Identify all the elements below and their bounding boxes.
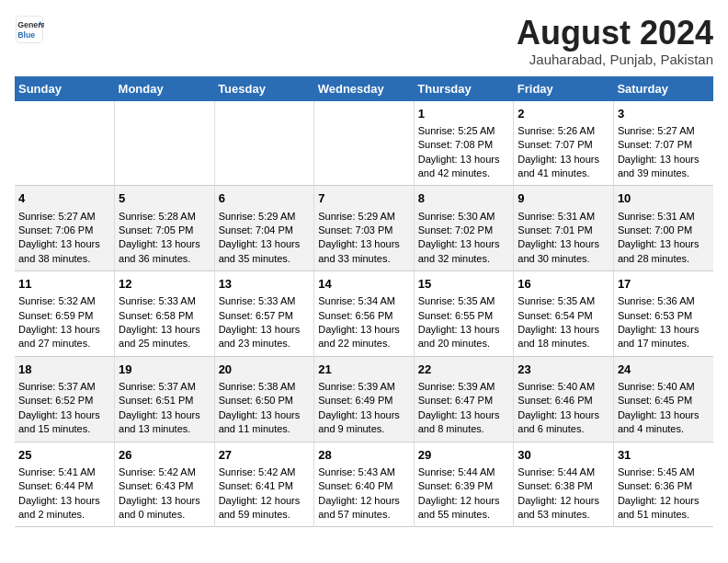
day-info-line: Sunset: 7:04 PM <box>219 224 311 237</box>
day-number: 3 <box>618 106 710 122</box>
calendar-header: SundayMondayTuesdayWednesdayThursdayFrid… <box>15 76 713 101</box>
calendar-cell: 12Sunrise: 5:33 AMSunset: 6:58 PMDayligh… <box>115 271 215 357</box>
title-block: August 2024 Jauharabad, Punjab, Pakistan <box>517 15 713 67</box>
calendar-cell: 3Sunrise: 5:27 AMSunset: 7:07 PMDaylight… <box>613 101 713 186</box>
day-number: 24 <box>618 362 710 378</box>
day-info-line: Sunrise: 5:38 AM <box>219 380 311 394</box>
day-info-line: and 59 minutes. <box>219 508 311 522</box>
calendar-cell: 23Sunrise: 5:40 AMSunset: 6:46 PMDayligh… <box>514 356 614 442</box>
day-number: 7 <box>318 190 410 207</box>
svg-text:Blue: Blue <box>17 30 35 40</box>
column-header-wednesday: Wednesday <box>314 76 415 101</box>
day-info-line: Sunrise: 5:35 AM <box>518 294 609 308</box>
day-info-line: Sunset: 6:56 PM <box>318 309 410 323</box>
day-info-line: Sunrise: 5:33 AM <box>219 294 311 308</box>
calendar-cell: 5Sunrise: 5:28 AMSunset: 7:05 PMDaylight… <box>115 186 215 271</box>
day-info-line: Sunset: 7:02 PM <box>418 224 510 237</box>
calendar-table: SundayMondayTuesdayWednesdayThursdayFrid… <box>15 76 713 528</box>
day-info-line: Sunrise: 5:42 AM <box>219 465 311 479</box>
day-info-line: Sunset: 6:47 PM <box>418 394 510 408</box>
day-info-line: and 51 minutes. <box>618 508 710 522</box>
calendar-cell: 31Sunrise: 5:45 AMSunset: 6:36 PMDayligh… <box>613 442 713 527</box>
day-info-line: Daylight: 13 hours <box>618 323 710 337</box>
day-info-line: Daylight: 13 hours <box>219 237 311 251</box>
day-info-line: Sunset: 6:39 PM <box>418 479 510 493</box>
day-info-line: and 42 minutes. <box>418 167 510 180</box>
day-number: 18 <box>18 362 110 378</box>
day-info-line: Sunrise: 5:28 AM <box>119 210 210 224</box>
day-info-line: Daylight: 13 hours <box>618 237 710 251</box>
logo: General Blue <box>15 15 44 44</box>
calendar-cell <box>314 101 415 186</box>
day-number: 28 <box>318 447 410 464</box>
day-info-line: and 39 minutes. <box>618 167 710 180</box>
day-info-line: Sunset: 6:43 PM <box>119 479 210 493</box>
day-info-line: and 41 minutes. <box>518 167 609 180</box>
column-header-monday: Monday <box>115 76 215 101</box>
day-info-line: and 6 minutes. <box>518 422 609 436</box>
column-header-thursday: Thursday <box>414 76 514 101</box>
day-number: 9 <box>518 190 609 207</box>
day-number: 5 <box>119 190 210 207</box>
day-info-line: Sunset: 7:03 PM <box>318 224 410 237</box>
calendar-cell: 19Sunrise: 5:37 AMSunset: 6:51 PMDayligh… <box>115 356 215 442</box>
calendar-cell: 11Sunrise: 5:32 AMSunset: 6:59 PMDayligh… <box>15 271 115 357</box>
day-info-line: Sunrise: 5:27 AM <box>18 210 110 224</box>
calendar-cell: 21Sunrise: 5:39 AMSunset: 6:49 PMDayligh… <box>314 356 415 442</box>
day-info-line: Daylight: 12 hours <box>318 494 410 508</box>
day-info-line: Sunrise: 5:31 AM <box>618 210 710 224</box>
calendar-cell: 8Sunrise: 5:30 AMSunset: 7:02 PMDaylight… <box>414 186 514 271</box>
column-header-saturday: Saturday <box>613 76 713 101</box>
day-info-line: and 20 minutes. <box>418 337 510 350</box>
day-info-line: Sunset: 6:53 PM <box>618 309 710 323</box>
calendar-cell: 25Sunrise: 5:41 AMSunset: 6:44 PMDayligh… <box>15 442 115 527</box>
day-info-line: and 9 minutes. <box>318 422 410 436</box>
day-info-line: and 15 minutes. <box>18 422 110 436</box>
day-number: 11 <box>18 276 110 293</box>
day-info-line: Daylight: 13 hours <box>18 323 110 337</box>
day-info-line: and 18 minutes. <box>518 337 609 350</box>
column-header-tuesday: Tuesday <box>214 76 314 101</box>
day-info-line: Sunrise: 5:30 AM <box>418 210 510 224</box>
day-info-line: and 36 minutes. <box>119 252 210 266</box>
calendar-cell: 2Sunrise: 5:26 AMSunset: 7:07 PMDaylight… <box>514 101 614 186</box>
day-info-line: and 55 minutes. <box>418 508 510 522</box>
day-info-line: Sunrise: 5:32 AM <box>18 294 110 308</box>
day-info-line: and 0 minutes. <box>119 508 210 522</box>
day-info-line: Sunrise: 5:40 AM <box>618 380 710 394</box>
day-info-line: Daylight: 13 hours <box>518 323 609 337</box>
day-number: 25 <box>18 447 110 464</box>
day-info-line: Sunset: 6:59 PM <box>18 309 110 323</box>
day-info-line: Sunset: 6:50 PM <box>219 394 311 408</box>
calendar-cell: 17Sunrise: 5:36 AMSunset: 6:53 PMDayligh… <box>613 271 713 357</box>
day-info-line: and 2 minutes. <box>18 508 110 522</box>
day-info-line: Daylight: 13 hours <box>119 237 210 251</box>
day-info-line: Daylight: 13 hours <box>618 153 710 167</box>
calendar-cell: 30Sunrise: 5:44 AMSunset: 6:38 PMDayligh… <box>514 442 614 527</box>
day-number: 21 <box>318 362 410 378</box>
day-info-line: Sunset: 6:57 PM <box>219 309 311 323</box>
day-info-line: and 53 minutes. <box>518 508 609 522</box>
day-info-line: Daylight: 13 hours <box>318 323 410 337</box>
day-info-line: Sunset: 7:07 PM <box>518 138 609 152</box>
day-info-line: Sunrise: 5:25 AM <box>418 124 510 138</box>
column-header-friday: Friday <box>514 76 614 101</box>
day-info-line: Sunrise: 5:45 AM <box>618 465 710 479</box>
day-number: 6 <box>219 190 311 207</box>
day-info-line: Sunset: 6:41 PM <box>219 479 311 493</box>
day-info-line: Sunrise: 5:39 AM <box>418 380 510 394</box>
day-info-line: and 28 minutes. <box>618 252 710 266</box>
day-number: 1 <box>418 106 510 122</box>
calendar-cell: 22Sunrise: 5:39 AMSunset: 6:47 PMDayligh… <box>414 356 514 442</box>
day-info-line: Daylight: 13 hours <box>518 237 609 251</box>
calendar-cell: 16Sunrise: 5:35 AMSunset: 6:54 PMDayligh… <box>514 271 614 357</box>
day-info-line: Daylight: 13 hours <box>418 408 510 422</box>
day-number: 22 <box>418 362 510 378</box>
day-info-line: Daylight: 13 hours <box>318 408 410 422</box>
day-info-line: and 33 minutes. <box>318 252 410 266</box>
day-info-line: and 38 minutes. <box>18 252 110 266</box>
day-info-line: Sunrise: 5:40 AM <box>518 380 609 394</box>
day-info-line: Daylight: 12 hours <box>418 494 510 508</box>
day-info-line: Daylight: 13 hours <box>618 408 710 422</box>
day-number: 29 <box>418 447 510 464</box>
